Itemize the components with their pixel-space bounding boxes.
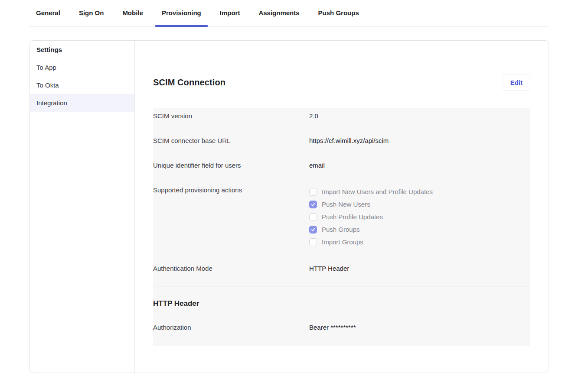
field-value: https://cf.wimill.xyz/api/scim	[309, 136, 389, 145]
tab-assignments[interactable]: Assignments	[252, 9, 306, 26]
checkbox-row-import-groups: Import Groups	[309, 236, 433, 248]
sidebar-header-settings: Settings	[30, 41, 134, 58]
tab-sign-on[interactable]: Sign On	[72, 9, 111, 26]
field-value: HTTP Header	[309, 264, 349, 273]
checkbox-label: Import Groups	[322, 237, 363, 247]
field-label: Supported provisioning actions	[153, 185, 309, 195]
section-divider	[153, 286, 530, 286]
http-header-section-title: HTTP Header	[153, 299, 530, 308]
field-row-scim-version: SCIM version 2.0	[153, 111, 530, 136]
checkbox-import-new-users[interactable]	[309, 188, 317, 196]
edit-button[interactable]: Edit	[503, 75, 530, 91]
checkbox-push-new-users[interactable]	[309, 201, 317, 208]
sidebar-item-to-app[interactable]: To App	[30, 58, 134, 76]
field-row-auth-mode: Authentication Mode HTTP Header	[153, 264, 530, 286]
tab-push-groups[interactable]: Push Groups	[312, 9, 366, 26]
checkbox-push-profile-updates[interactable]	[309, 213, 317, 221]
checkbox-label: Push Profile Updates	[322, 212, 383, 221]
main-content: SCIM Connection Edit SCIM version 2.0 SC…	[135, 41, 549, 373]
field-row-provisioning-actions: Supported provisioning actions Import Ne…	[153, 185, 530, 264]
field-value: Bearer **********	[309, 323, 356, 332]
page-title: SCIM Connection	[153, 78, 225, 88]
field-row-unique-identifier: Unique identifier field for users email	[153, 161, 530, 185]
app-tab-bar: General Sign On Mobile Provisioning Impo…	[29, 0, 549, 26]
field-row-authorization: Authorization Bearer **********	[153, 323, 530, 332]
field-label: SCIM connector base URL	[153, 136, 309, 145]
tab-import[interactable]: Import	[213, 9, 247, 26]
checkbox-row-push-profile-updates: Push Profile Updates	[309, 211, 433, 223]
tab-mobile[interactable]: Mobile	[116, 9, 150, 26]
provisioning-card: Settings To App To Okta Integration SCIM…	[29, 40, 549, 373]
tab-provisioning[interactable]: Provisioning	[155, 9, 208, 26]
checkbox-import-groups[interactable]	[309, 238, 317, 246]
settings-sidebar: Settings To App To Okta Integration	[30, 41, 135, 373]
checkbox-row-import-new-users: Import New Users and Profile Updates	[309, 185, 433, 198]
checkbox-push-groups[interactable]	[309, 226, 317, 234]
field-value: 2.0	[309, 111, 318, 120]
checkbox-label: Push New Users	[322, 200, 370, 209]
provisioning-actions-group: Import New Users and Profile Updates Pus…	[309, 185, 433, 248]
checkbox-row-push-new-users: Push New Users	[309, 198, 433, 211]
checkbox-row-push-groups: Push Groups	[309, 223, 433, 236]
checkbox-label: Push Groups	[322, 225, 360, 234]
checkbox-label: Import New Users and Profile Updates	[322, 187, 433, 196]
field-label: Authorization	[153, 323, 309, 332]
tab-general[interactable]: General	[29, 9, 67, 26]
sidebar-item-integration[interactable]: Integration	[30, 94, 134, 112]
sidebar-item-to-okta[interactable]: To Okta	[30, 76, 134, 94]
check-icon	[310, 227, 316, 232]
scim-connection-panel: SCIM version 2.0 SCIM connector base URL…	[153, 108, 530, 346]
field-row-base-url: SCIM connector base URL https://cf.wimil…	[153, 136, 530, 161]
field-label: Unique identifier field for users	[153, 161, 309, 170]
field-label: SCIM version	[153, 111, 309, 120]
field-value: email	[309, 161, 325, 170]
field-label: Authentication Mode	[153, 264, 309, 273]
check-icon	[310, 202, 316, 207]
section-header: SCIM Connection Edit	[153, 75, 530, 91]
